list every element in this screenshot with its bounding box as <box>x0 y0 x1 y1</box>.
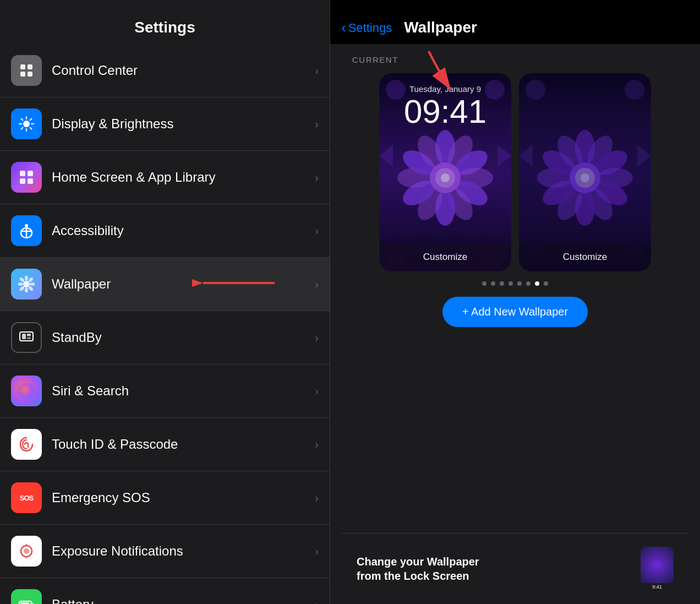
svg-rect-34 <box>27 338 31 340</box>
display-brightness-icon <box>11 108 42 139</box>
exposure-label: Exposure Notifications <box>52 543 315 559</box>
battery-chevron: › <box>315 598 319 605</box>
wallpaper-label: Wallpaper <box>52 276 315 292</box>
lock-date: Tuesday, January 9 <box>388 84 502 94</box>
settings-title: Settings <box>134 19 195 36</box>
display-brightness-label: Display & Brightness <box>52 116 315 132</box>
page-dot-1[interactable] <box>491 281 495 286</box>
touch-id-icon <box>11 429 42 460</box>
wallpaper-icon <box>11 269 42 300</box>
wallpaper-panel: ‹ Settings Wallpaper CURRENT <box>330 0 700 604</box>
emergency-sos-chevron: › <box>315 492 319 504</box>
settings-item-display-brightness[interactable]: Display & Brightness › <box>0 97 330 151</box>
control-center-icon <box>11 55 42 86</box>
back-button[interactable]: ‹ Settings <box>341 19 392 36</box>
settings-item-battery[interactable]: Battery › <box>0 578 330 604</box>
lock-time: 09:41 <box>388 94 502 130</box>
svg-line-9 <box>21 119 23 121</box>
back-chevron-icon: ‹ <box>341 19 346 36</box>
settings-panel: Settings Control Center › Display & <box>0 0 330 604</box>
svg-rect-14 <box>28 171 33 176</box>
home-customize-label: Customize <box>563 252 607 263</box>
control-center-chevron: › <box>315 64 319 77</box>
svg-rect-13 <box>20 171 25 176</box>
lock-screen-customize[interactable]: Customize <box>379 243 511 271</box>
lock-customize-label: Customize <box>423 252 467 263</box>
svg-rect-1 <box>28 64 32 69</box>
svg-rect-3 <box>28 72 32 77</box>
svg-point-61 <box>441 173 450 182</box>
svg-point-24 <box>18 282 23 286</box>
add-wallpaper-button[interactable]: + Add New Wallpaper <box>442 297 588 327</box>
lock-screen-info: Tuesday, January 9 09:41 <box>379 73 511 130</box>
change-wallpaper-title: Change your Wallpaperfrom the Lock Scree… <box>357 554 630 583</box>
standby-chevron: › <box>315 331 319 344</box>
svg-line-12 <box>21 128 23 129</box>
settings-header: Settings <box>0 0 330 44</box>
home-screen-label: Home Screen & App Library <box>52 170 315 185</box>
svg-point-4 <box>23 121 30 127</box>
page-dot-6[interactable] <box>535 281 539 286</box>
settings-item-wallpaper[interactable]: Wallpaper › <box>0 258 330 311</box>
svg-line-10 <box>30 128 32 129</box>
display-brightness-chevron: › <box>315 118 319 130</box>
accessibility-chevron: › <box>315 225 319 237</box>
wallpaper-previews: Tuesday, January 9 09:41 Customize <box>379 73 651 271</box>
page-dots <box>482 281 548 286</box>
svg-rect-16 <box>28 178 33 184</box>
accessibility-label: Accessibility <box>52 223 315 238</box>
svg-point-36 <box>24 548 29 554</box>
wallpaper-content: CURRENT <box>330 44 700 604</box>
page-dot-3[interactable] <box>508 281 513 286</box>
svg-rect-2 <box>20 72 25 77</box>
control-center-label: Control Center <box>52 63 315 78</box>
settings-item-touch-id[interactable]: Touch ID & Passcode › <box>0 418 330 471</box>
siri-search-label: Siri & Search <box>52 383 315 399</box>
page-dot-4[interactable] <box>517 281 522 286</box>
wallpaper-page-title: Wallpaper <box>404 19 477 36</box>
touch-id-label: Touch ID & Passcode <box>52 437 315 452</box>
emergency-sos-label: Emergency SOS <box>52 490 315 505</box>
standby-icon <box>11 322 42 353</box>
svg-point-82 <box>581 173 589 182</box>
settings-item-siri-search[interactable]: Siri & Search › <box>0 364 330 418</box>
accessibility-icon <box>11 215 42 246</box>
siri-search-chevron: › <box>315 385 319 398</box>
change-wallpaper-text: Change your Wallpaperfrom the Lock Scree… <box>357 554 630 583</box>
exposure-chevron: › <box>315 545 319 558</box>
svg-marker-84 <box>637 145 651 167</box>
svg-line-11 <box>30 119 32 121</box>
settings-item-home-screen[interactable]: Home Screen & App Library › <box>0 151 330 204</box>
svg-rect-31 <box>20 332 33 341</box>
settings-item-exposure[interactable]: Exposure Notifications › <box>0 525 330 578</box>
current-label: CURRENT <box>352 55 398 64</box>
settings-item-emergency-sos[interactable]: SOS Emergency SOS › <box>0 471 330 525</box>
settings-item-control-center[interactable]: Control Center › <box>0 44 330 97</box>
home-screen-icon <box>11 162 42 193</box>
svg-point-65 <box>625 80 644 100</box>
home-screen-card[interactable]: Customize <box>519 73 651 271</box>
svg-point-64 <box>526 80 545 100</box>
page-dot-7[interactable] <box>544 281 548 286</box>
svg-point-21 <box>23 281 30 287</box>
svg-marker-63 <box>497 145 511 167</box>
mini-wallpaper-preview: 9:41 <box>641 547 674 591</box>
settings-item-standby[interactable]: StandBy › <box>0 311 330 364</box>
svg-rect-15 <box>20 178 25 184</box>
battery-label: Battery <box>52 597 315 604</box>
svg-point-23 <box>25 287 28 292</box>
page-dot-2[interactable] <box>500 281 504 286</box>
svg-rect-0 <box>20 64 25 69</box>
page-dot-5[interactable] <box>526 281 531 286</box>
page-dot-0[interactable] <box>482 281 486 286</box>
lock-screen-card[interactable]: Tuesday, January 9 09:41 Customize <box>379 73 511 271</box>
wallpaper-bottom-section: Change your Wallpaperfrom the Lock Scree… <box>341 533 689 604</box>
svg-marker-62 <box>379 145 393 167</box>
home-screen-customize[interactable]: Customize <box>519 243 651 271</box>
siri-search-icon <box>11 376 42 406</box>
wallpaper-chevron: › <box>315 278 319 291</box>
settings-list: Control Center › Display & Brightness › … <box>0 44 330 604</box>
svg-point-25 <box>30 282 35 286</box>
settings-item-accessibility[interactable]: Accessibility › <box>0 204 330 258</box>
exposure-icon <box>11 536 42 567</box>
